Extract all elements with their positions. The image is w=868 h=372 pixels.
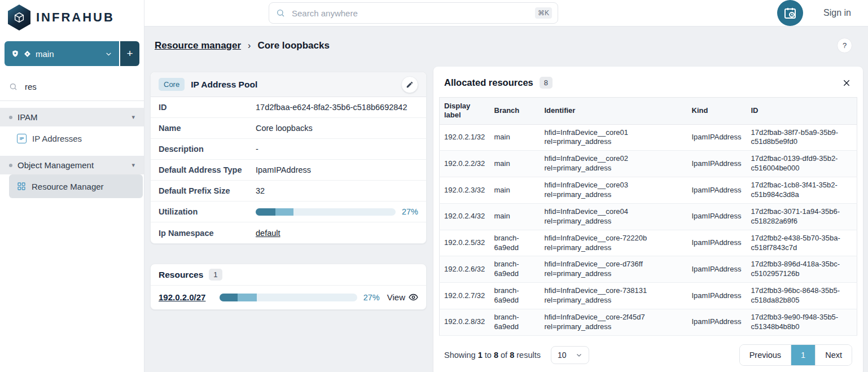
cell-display-label: 192.0.2.7/32 <box>440 283 490 309</box>
branch-name: main <box>36 49 54 59</box>
table-row[interactable]: 192.0.2.6/32 branch-6a9edd hfid=InfraDev… <box>440 256 857 283</box>
section-label: IPAM <box>17 112 38 122</box>
branch-selector[interactable]: main <box>5 41 119 66</box>
resource-progress-bar <box>220 294 357 301</box>
field-row-utilization: Utilization 27% <box>151 202 426 222</box>
cell-kind: IpamIPAddress <box>687 151 747 177</box>
column-kind[interactable]: Kind <box>687 98 747 125</box>
allocated-title: Allocated resources <box>444 77 533 88</box>
cell-display-label: 192.0.2.8/32 <box>440 309 490 335</box>
field-label: Description <box>159 145 256 154</box>
app-root: INFRAHUB main + <box>0 0 868 372</box>
progress-segment-light <box>238 294 257 301</box>
cell-id: 17d2fbb3-96bc-8648-35b5-c518da82b805 <box>747 283 857 309</box>
keyboard-shortcut-badge: ⌘K <box>535 7 552 19</box>
cell-display-label: 192.0.2.5/32 <box>440 230 490 256</box>
shield-icon <box>11 50 19 58</box>
cell-id: 17d2fbab-38f7-b5a9-35b9-c51d8b5e9fd0 <box>747 124 857 151</box>
sidebar: INFRAHUB main + <box>0 0 144 372</box>
pagination: Previous 1 Next <box>739 344 852 366</box>
pool-card-title: IP Address Pool <box>191 80 257 90</box>
search-icon <box>9 82 17 91</box>
sidebar-section-ipam[interactable]: IPAM ▾ <box>0 108 144 126</box>
resource-prefix-link[interactable]: 192.0.2.0/27 <box>159 292 220 302</box>
allocated-panel-header: Allocated resources 8 <box>439 74 857 97</box>
bullet-icon <box>9 164 12 167</box>
cell-display-label: 192.0.2.3/32 <box>440 177 490 204</box>
edit-button[interactable] <box>401 76 418 93</box>
cell-kind: IpamIPAddress <box>687 230 747 256</box>
namespace-link[interactable]: default <box>256 229 280 238</box>
global-search[interactable]: ⌘K <box>269 2 558 24</box>
cell-display-label: 192.0.2.6/32 <box>440 256 490 283</box>
section-label: Object Management <box>17 160 94 170</box>
field-value: 17d2fbaa-e624-8fa2-35b6-c518b6692842 <box>256 103 407 112</box>
page-content: Resource manager › Core loopbacks ? Core… <box>144 27 868 372</box>
cell-branch: main <box>490 124 540 151</box>
cell-branch: branch-6a9edd <box>490 309 540 335</box>
infrahub-logo-icon <box>8 5 30 30</box>
table-row[interactable]: 192.0.2.1/32 main hfid=InfraDevice__core… <box>440 124 857 151</box>
content-columns: Core IP Address Pool ID 17d2fbaa-e624-8f… <box>150 67 857 372</box>
field-label: Name <box>159 124 256 133</box>
sidebar-filter-input[interactable] <box>24 81 135 92</box>
field-row-default-address-type: Default Address Type IpamIPAddress <box>151 160 426 181</box>
global-search-input[interactable] <box>291 8 529 19</box>
page-size-select[interactable]: 10 <box>551 346 589 364</box>
left-column: Core IP Address Pool ID 17d2fbaa-e624-8f… <box>150 72 427 310</box>
field-row-ip-namespace: Ip Namespace default <box>151 222 426 243</box>
previous-page-button[interactable]: Previous <box>740 345 791 365</box>
page-1-button[interactable]: 1 <box>791 345 815 365</box>
table-row[interactable]: 192.0.2.8/32 branch-6a9edd hfid=InfraDev… <box>440 309 857 335</box>
eye-icon <box>409 292 418 302</box>
field-label: ID <box>159 103 256 112</box>
view-button[interactable]: View <box>387 292 418 302</box>
column-identifier[interactable]: Identifier <box>540 98 687 125</box>
cell-id: 17d2fbb3-9e90-f948-35b5-c51348b4b8b0 <box>747 309 857 335</box>
column-display-label[interactable]: Display label <box>440 98 490 125</box>
schedule-avatar-button[interactable] <box>777 0 803 26</box>
sidebar-item-resource-manager[interactable]: Resource Manager <box>9 174 143 198</box>
column-branch[interactable]: Branch <box>490 98 540 125</box>
cell-kind: IpamIPAddress <box>687 283 747 309</box>
view-label: View <box>387 292 405 302</box>
field-value: IpamIPAddress <box>256 165 311 174</box>
cell-kind: IpamIPAddress <box>687 256 747 283</box>
search-icon <box>276 8 285 17</box>
cell-branch: main <box>490 151 540 177</box>
sidebar-item-label: Resource Manager <box>32 182 104 191</box>
sign-in-button[interactable]: Sign in <box>820 7 854 19</box>
close-panel-button[interactable] <box>841 77 852 89</box>
results-summary: Showing 1 to 8 of 8 results <box>444 351 541 360</box>
progress-segment-dark <box>220 294 238 301</box>
field-label: Ip Namespace <box>159 229 256 238</box>
field-value: Core loopbacks <box>256 124 313 133</box>
sidebar-section-object-management[interactable]: Object Management ▾ <box>0 156 144 174</box>
cell-branch: branch-6a9edd <box>490 230 540 256</box>
next-page-button[interactable]: Next <box>815 345 852 365</box>
table-row[interactable]: 192.0.2.4/32 main hfid=InfraDevice__core… <box>440 203 857 230</box>
cell-id: 17d2fbac-0139-dfd9-35b2-c516004be000 <box>747 151 857 177</box>
resources-card: Resources 1 192.0.2.0/27 27% View <box>150 264 427 310</box>
breadcrumb-parent-link[interactable]: Resource manager <box>155 40 241 51</box>
table-footer: Showing 1 to 8 of 8 results 10 <box>439 344 857 366</box>
cell-branch: branch-6a9edd <box>490 256 540 283</box>
cell-id: 17d2fbac-1cb8-3f41-35b2-c51b984c3d8a <box>747 177 857 204</box>
field-row-id: ID 17d2fbaa-e624-8fa2-35b6-c518b6692842 <box>151 97 426 118</box>
help-button[interactable]: ? <box>837 38 852 53</box>
field-value: 32 <box>256 186 265 195</box>
resource-row: 192.0.2.0/27 27% View <box>151 286 426 309</box>
table-row[interactable]: 192.0.2.3/32 main hfid=InfraDevice__core… <box>440 177 857 204</box>
caret-down-icon: ▾ <box>131 113 135 121</box>
cell-identifier: hfid=InfraDevice__core-72220brel=primary… <box>540 230 687 256</box>
field-value: - <box>256 145 258 154</box>
column-id[interactable]: ID <box>747 98 857 125</box>
branch-icon <box>24 50 31 58</box>
add-branch-button[interactable]: + <box>120 41 139 66</box>
table-row[interactable]: 192.0.2.5/32 branch-6a9edd hfid=InfraDev… <box>440 230 857 256</box>
table-row[interactable]: 192.0.2.2/32 main hfid=InfraDevice__core… <box>440 151 857 177</box>
table-row[interactable]: 192.0.2.7/32 branch-6a9edd hfid=InfraDev… <box>440 283 857 309</box>
cell-id: 17d2fbb2-e438-5b70-35ba-c518f7843c7d <box>747 230 857 256</box>
close-icon <box>842 78 851 87</box>
sidebar-item-ip-addresses[interactable]: IP IP Addresses <box>0 126 144 150</box>
